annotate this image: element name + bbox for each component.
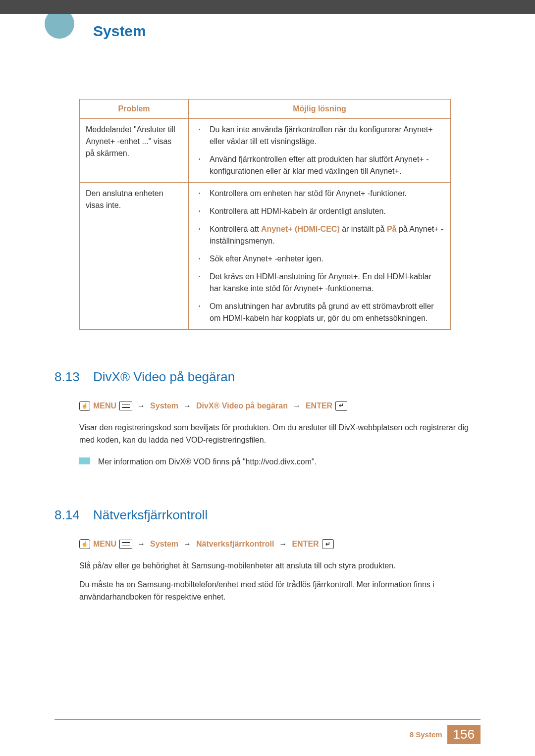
nav-item: DivX® Video på begäran bbox=[196, 400, 288, 412]
enter-icon: ↵ bbox=[322, 539, 334, 549]
menu-path: ☝ MENU → System → Nätverksfjärrkontroll … bbox=[79, 538, 481, 551]
arrow-icon: → bbox=[137, 400, 145, 412]
window-top-bar bbox=[0, 0, 535, 14]
table-header-row: Problem Möjlig lösning bbox=[80, 100, 451, 119]
col-header-solution: Möjlig lösning bbox=[189, 100, 451, 119]
troubleshooting-table: Problem Möjlig lösning Meddelandet "Ansl… bbox=[79, 99, 451, 330]
footer-chapter: 8 System bbox=[410, 730, 442, 739]
paragraph: Du måste ha en Samsung-mobiltelefon/enhe… bbox=[79, 578, 481, 604]
nav-enter: ENTER bbox=[292, 538, 319, 551]
chapter-header: System bbox=[0, 14, 535, 40]
nav-item: Nätverksfjärrkontroll bbox=[196, 538, 274, 551]
arrow-icon: → bbox=[293, 400, 301, 412]
section-title: DivX® Video på begäran bbox=[93, 369, 235, 385]
list-item: Använd fjärrkontrollen efter att produkt… bbox=[195, 153, 444, 177]
table-row: Den anslutna enheten visas inte. Kontrol… bbox=[80, 183, 451, 330]
highlight-text: Anynet+ (HDMI-CEC) bbox=[261, 225, 340, 233]
table-row: Meddelandet "Ansluter till Anynet+ -enhe… bbox=[80, 119, 451, 183]
nav-enter: ENTER bbox=[306, 400, 332, 412]
page-number: 156 bbox=[447, 725, 481, 744]
remote-icon: ☝ bbox=[79, 539, 90, 549]
remote-icon: ☝ bbox=[79, 401, 90, 411]
chapter-title: System bbox=[93, 23, 535, 40]
section-heading: 8.14 Nätverksfjärrkontroll bbox=[54, 507, 481, 523]
col-header-problem: Problem bbox=[80, 100, 189, 119]
list-item: Du kan inte använda fjärrkontrollen när … bbox=[195, 124, 444, 148]
page-body: Problem Möjlig lösning Meddelandet "Ansl… bbox=[0, 99, 535, 604]
list-item: Kontrollera att Anynet+ (HDMI-CEC) är in… bbox=[195, 223, 444, 247]
footer-divider bbox=[54, 719, 481, 720]
paragraph: Visar den registreringskod som beviljats… bbox=[79, 421, 481, 447]
solution-cell: Kontrollera om enheten har stöd för Anyn… bbox=[189, 183, 451, 330]
arrow-icon: → bbox=[183, 538, 191, 551]
list-item: Om anslutningen har avbrutits på grund a… bbox=[195, 301, 444, 324]
section-content: ☝ MENU → System → DivX® Video på begäran… bbox=[79, 400, 481, 468]
section-title: Nätverksfjärrkontroll bbox=[93, 507, 208, 523]
section-number: 8.13 bbox=[54, 369, 84, 385]
list-item: Det krävs en HDMI-anslutning för Anynet+… bbox=[195, 271, 444, 295]
menu-bars-icon bbox=[119, 540, 132, 549]
arrow-icon: → bbox=[137, 538, 145, 551]
text-fragment: är inställt på bbox=[340, 225, 387, 233]
paragraph: Slå på/av eller ge behörighet åt Samsung… bbox=[79, 559, 481, 572]
list-item: Kontrollera att HDMI-kabeln är ordentlig… bbox=[195, 205, 444, 217]
problem-cell: Den anslutna enheten visas inte. bbox=[80, 183, 189, 330]
menu-bars-icon bbox=[119, 402, 132, 410]
nav-menu: MENU bbox=[93, 538, 116, 551]
section-number: 8.14 bbox=[54, 507, 84, 523]
arrow-icon: → bbox=[279, 538, 287, 551]
highlight-text: På bbox=[387, 225, 397, 233]
problem-cell: Meddelandet "Ansluter till Anynet+ -enhe… bbox=[80, 119, 189, 183]
page-footer: 8 System 156 bbox=[0, 719, 535, 744]
menu-path: ☝ MENU → System → DivX® Video på begäran… bbox=[79, 400, 481, 412]
section-heading: 8.13 DivX® Video på begäran bbox=[54, 369, 481, 385]
nav-menu: MENU bbox=[93, 400, 116, 412]
list-item: Kontrollera om enheten har stöd för Anyn… bbox=[195, 188, 444, 200]
nav-system: System bbox=[150, 400, 178, 412]
list-item: Sök efter Anynet+ -enheter igen. bbox=[195, 253, 444, 265]
note-row: Mer information om DivX® VOD finns på "h… bbox=[79, 455, 481, 468]
solution-cell: Du kan inte använda fjärrkontrollen när … bbox=[189, 119, 451, 183]
arrow-icon: → bbox=[183, 400, 191, 412]
nav-system: System bbox=[150, 538, 178, 551]
note-text: Mer information om DivX® VOD finns på "h… bbox=[98, 455, 317, 468]
note-icon bbox=[79, 457, 90, 464]
enter-icon: ↵ bbox=[335, 401, 347, 411]
text-fragment: Kontrollera att bbox=[210, 225, 261, 233]
section-content: ☝ MENU → System → Nätverksfjärrkontroll … bbox=[79, 538, 481, 603]
